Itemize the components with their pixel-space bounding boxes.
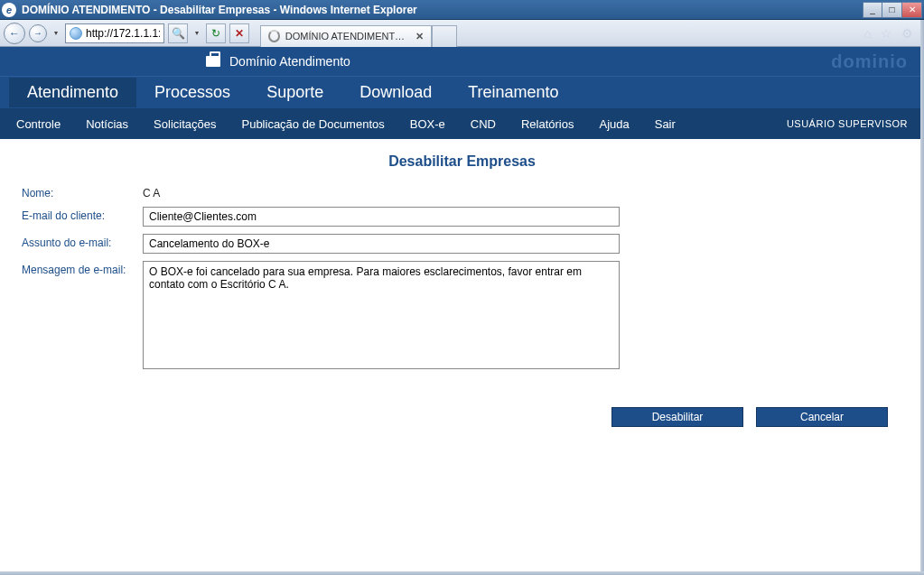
input-assunto[interactable]: [143, 234, 620, 254]
globe-icon: [70, 27, 82, 40]
window-title: DOMÍNIO ATENDIMENTO - Desabilitar Empres…: [20, 4, 417, 16]
window-maximize-button[interactable]: □: [882, 2, 902, 18]
tab-strip: DOMÍNIO ATENDIMENTO - D... ✕: [260, 20, 854, 47]
submenu-publicacao[interactable]: Publicação de Documentos: [241, 117, 384, 131]
brand-logo: dominio: [831, 51, 908, 72]
tab-close-icon[interactable]: ✕: [415, 31, 424, 42]
submenu-boxe[interactable]: BOX-e: [410, 117, 445, 131]
menu-processos[interactable]: Processos: [136, 78, 248, 107]
value-nome: C A: [143, 184, 160, 199]
submenu-cnd[interactable]: CND: [471, 117, 496, 131]
loading-icon: [268, 30, 280, 42]
sub-menu: Controle Notícias Solicitações Publicaçã…: [0, 108, 924, 139]
briefcase-icon: [206, 56, 220, 67]
submenu-ajuda[interactable]: Ajuda: [599, 117, 629, 131]
refresh-button[interactable]: ↻: [206, 23, 226, 43]
current-user-label: USUÁRIO SUPERVISOR: [787, 118, 908, 129]
search-provider-dropdown[interactable]: ▾: [191, 23, 202, 44]
window-close-button[interactable]: ✕: [902, 2, 922, 18]
window-border-right: [920, 20, 924, 575]
nav-forward-button[interactable]: →: [29, 24, 47, 42]
tools-icon[interactable]: ⚙: [901, 26, 913, 41]
submenu-sair[interactable]: Sair: [655, 117, 676, 131]
input-email[interactable]: [143, 207, 620, 227]
page-title: Desabilitar Empresas: [0, 150, 924, 184]
stop-button[interactable]: ✕: [229, 23, 249, 43]
app-header: Domínio Atendimento dominio: [0, 47, 924, 76]
tab-title: DOMÍNIO ATENDIMENTO - D...: [285, 31, 410, 42]
window-titlebar: e DOMÍNIO ATENDIMENTO - Desabilitar Empr…: [0, 0, 924, 20]
submenu-controle[interactable]: Controle: [16, 117, 61, 131]
input-mensagem[interactable]: [143, 261, 620, 369]
favorites-icon[interactable]: ☆: [881, 26, 892, 41]
main-menu: Atendimento Processos Suporte Download T…: [0, 76, 924, 108]
desabilitar-button[interactable]: Desabilitar: [611, 407, 743, 427]
label-nome: Nome:: [22, 184, 143, 199]
app-title: Domínio Atendimento: [229, 54, 350, 69]
nav-back-button[interactable]: ←: [4, 23, 25, 44]
label-email: E-mail do cliente:: [22, 207, 143, 222]
address-bar[interactable]: [65, 23, 164, 43]
window-border-bottom: [0, 571, 924, 575]
nav-history-dropdown[interactable]: ▾: [51, 23, 61, 44]
menu-treinamento[interactable]: Treinamento: [450, 78, 576, 107]
menu-download[interactable]: Download: [341, 78, 450, 107]
search-dropdown-button[interactable]: 🔍: [168, 23, 188, 43]
ie-icon: e: [2, 3, 16, 17]
submenu-noticias[interactable]: Notícias: [86, 117, 128, 131]
cancelar-button[interactable]: Cancelar: [756, 407, 888, 427]
submenu-relatorios[interactable]: Relatórios: [521, 117, 574, 131]
label-mensagem: Mensagem de e-mail:: [22, 261, 143, 276]
label-assunto: Assunto do e-mail:: [22, 234, 143, 249]
menu-atendimento[interactable]: Atendimento: [9, 78, 136, 107]
new-tab-button[interactable]: [432, 25, 457, 47]
home-icon[interactable]: ⌂: [864, 26, 872, 41]
window-minimize-button[interactable]: _: [863, 2, 882, 18]
browser-toolbar: ← → ▾ 🔍 ▾ ↻ ✕ DOMÍNIO ATENDIMENTO - D...…: [0, 20, 924, 47]
disable-company-form: Nome: C A E-mail do cliente: Assunto do …: [0, 184, 924, 369]
address-input[interactable]: [86, 27, 160, 40]
menu-suporte[interactable]: Suporte: [248, 78, 341, 107]
submenu-solicitacoes[interactable]: Solicitações: [154, 117, 216, 131]
browser-tab-active[interactable]: DOMÍNIO ATENDIMENTO - D... ✕: [260, 25, 432, 47]
